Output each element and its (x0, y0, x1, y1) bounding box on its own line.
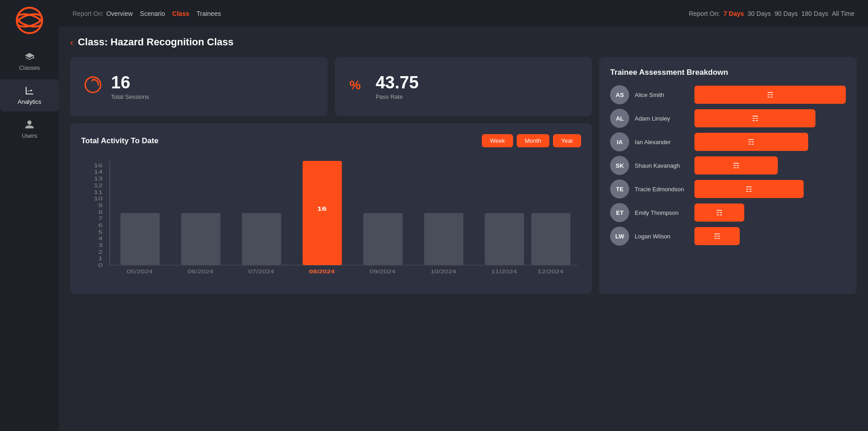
sidebar-item-users[interactable]: Users (0, 113, 59, 145)
trainee-bar-emily[interactable]: ☶ (694, 203, 744, 222)
bar-12-2024 (531, 213, 571, 265)
svg-point-0 (17, 8, 42, 33)
trainee-bar-container-shaun: ☶ (694, 156, 846, 174)
trainee-row: SK Shaun Kavanagh ☶ (610, 156, 846, 175)
main-content: ‹ Class: Hazard Recognition Class 16 Tot… (59, 27, 868, 431)
trainee-bar-container-adam: ☶ (694, 109, 846, 127)
trainee-bar-container-tracie: ☶ (694, 180, 846, 198)
svg-text:9: 9 (98, 203, 103, 208)
week-button[interactable]: Week (482, 134, 513, 147)
svg-text:09/2024: 09/2024 (370, 269, 396, 274)
bar-07-2024 (242, 213, 281, 265)
bar-10-2024 (424, 213, 464, 265)
period-180days[interactable]: 180 Days (801, 10, 828, 17)
period-alltime[interactable]: All Time (832, 10, 854, 17)
trainee-name-alice: Alice Smith (635, 92, 689, 98)
bar-06-2024 (181, 213, 221, 265)
chart-svg: 0 1 2 3 4 5 6 7 8 9 10 11 12 13 (81, 156, 581, 283)
trainee-breakdown-title: Trainee Assessment Breakdown (610, 68, 846, 77)
chart-area: 0 1 2 3 4 5 6 7 8 9 10 11 12 13 (81, 156, 581, 283)
back-button[interactable]: ‹ (70, 37, 73, 48)
sidebar-label-users: Users (22, 132, 37, 139)
bar-chart-icon-alice: ☶ (767, 91, 773, 99)
trainee-bar-container-logan: ☶ (694, 227, 846, 245)
period-30days[interactable]: 30 Days (747, 10, 771, 17)
sidebar: Classes Analytics Users (0, 0, 59, 431)
svg-text:0: 0 (98, 262, 103, 268)
sidebar-label-analytics: Analytics (18, 98, 41, 105)
avatar-te: TE (610, 179, 629, 199)
svg-text:3: 3 (98, 242, 103, 248)
sessions-value: 16 (111, 73, 149, 92)
svg-text:14: 14 (94, 169, 102, 174)
svg-text:11: 11 (94, 189, 102, 195)
trainee-row: TE Tracie Edmondson ☶ (610, 179, 846, 199)
svg-text:10: 10 (94, 196, 102, 201)
svg-text:5: 5 (98, 229, 103, 235)
report-on-label-left: Report On: (73, 10, 103, 17)
passrate-icon: % (349, 76, 367, 97)
trainee-row: IA Ian Alexander ☶ (610, 132, 846, 151)
report-on-label-right: Report On: (689, 10, 720, 17)
app-logo (14, 5, 45, 36)
svg-text:06/2024: 06/2024 (188, 269, 213, 274)
trainee-name-adam: Adam Linsley (635, 115, 689, 122)
svg-text:4: 4 (98, 236, 103, 241)
nav-item-scenario[interactable]: Scenario (140, 10, 165, 17)
bar-chart-icon-shaun: ☶ (733, 161, 739, 170)
svg-text:16: 16 (94, 163, 102, 168)
trainee-bar-alice[interactable]: ☶ (694, 86, 846, 104)
bar-09-2024 (364, 213, 403, 265)
top-nav-left: Report On: Overview Scenario Class Train… (73, 10, 221, 17)
bar-chart-icon-logan: ☶ (714, 232, 720, 241)
svg-text:05/2024: 05/2024 (127, 269, 153, 274)
activity-header: Total Activity To Date Week Month Year (81, 134, 581, 147)
sidebar-nav: Classes Analytics Users (0, 45, 59, 145)
avatar-as: AS (610, 85, 629, 104)
period-7days[interactable]: 7 Days (723, 10, 744, 17)
nav-item-class[interactable]: Class (172, 10, 189, 17)
sessions-info: 16 Total Sessions (111, 73, 149, 100)
trainee-bar-container-ian: ☶ (694, 133, 846, 151)
year-button[interactable]: Year (553, 134, 581, 147)
activity-chart-title: Total Activity To Date (81, 136, 159, 145)
svg-text:07/2024: 07/2024 (248, 269, 274, 274)
trainee-row: AL Adam Linsley ☶ (610, 109, 846, 128)
trainee-row: AS Alice Smith ☶ (610, 85, 846, 104)
top-nav: Report On: Overview Scenario Class Train… (59, 0, 868, 27)
svg-text:%: % (349, 78, 361, 92)
trainee-bar-logan[interactable]: ☶ (694, 227, 740, 245)
sidebar-item-classes[interactable]: Classes (0, 45, 59, 77)
nav-item-overview[interactable]: Overview (106, 10, 132, 17)
svg-text:7: 7 (98, 216, 103, 221)
svg-text:08/2024: 08/2024 (309, 269, 335, 274)
svg-text:8: 8 (98, 209, 103, 215)
bar-08-2024 (303, 161, 342, 265)
dashboard-grid: 16 Total Sessions % 43.75 Pass Rate Tra (70, 57, 857, 294)
trainee-bar-shaun[interactable]: ☶ (694, 156, 778, 174)
avatar-ia: IA (610, 132, 629, 151)
svg-text:16: 16 (317, 206, 327, 212)
trainee-row: LW Logan Wilson ☶ (610, 227, 846, 246)
trainee-name-tracie: Tracie Edmondson (635, 186, 689, 193)
nav-item-trainees[interactable]: Trainees (196, 10, 221, 17)
trainee-name-emily: Emily Thompson (635, 209, 689, 216)
trainee-bar-tracie[interactable]: ☶ (694, 180, 803, 198)
passrate-stat-card: % 43.75 Pass Rate (335, 57, 592, 116)
page-title: Class: Hazard Recognition Class (78, 36, 234, 48)
sessions-label: Total Sessions (111, 93, 149, 100)
passrate-label: Pass Rate (376, 93, 419, 100)
page-header: ‹ Class: Hazard Recognition Class (70, 36, 857, 48)
trainee-bar-container-emily: ☶ (694, 203, 846, 222)
trainee-bar-ian[interactable]: ☶ (694, 133, 808, 151)
trainee-name-shaun: Shaun Kavanagh (635, 162, 689, 169)
bar-chart-icon-ian: ☶ (748, 138, 754, 146)
svg-text:12/2024: 12/2024 (538, 269, 563, 274)
bar-chart-icon-tracie: ☶ (746, 185, 752, 194)
avatar-sk: SK (610, 156, 629, 175)
period-90days[interactable]: 90 Days (775, 10, 798, 17)
activity-chart-card: Total Activity To Date Week Month Year (70, 123, 592, 294)
trainee-bar-adam[interactable]: ☶ (694, 109, 815, 127)
sidebar-item-analytics[interactable]: Analytics (0, 79, 59, 111)
month-button[interactable]: Month (517, 134, 549, 147)
